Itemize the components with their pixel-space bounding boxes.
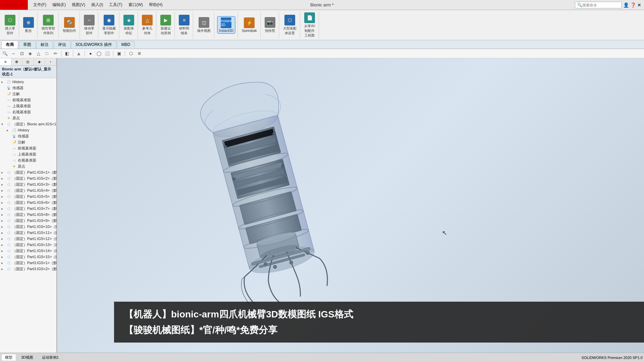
tree-item-top-plane2[interactable]: ▭ 上视基准面 [0,151,56,157]
tree-item-part1-15[interactable]: ▸ ⬡ （固定）Part1.IGS<15>（默认 [0,254,56,260]
close-icon[interactable]: ✕ [637,2,641,8]
tree-item-part1-1[interactable]: ▸ ⬡ （固定）Part1.IGS<1>（默认· [0,169,56,175]
view-btn-7[interactable]: ✏ [52,50,59,57]
tree-item-part1-8[interactable]: ▸ ⬡ （固定）Part1.IGS<8>（默认· [0,212,56,218]
tab-3dview[interactable]: 3D视图 [17,354,37,361]
drawing-label: 从零件/制配作工程图 [304,24,315,38]
view-btn-2[interactable]: ↔ [10,50,17,57]
view-btn-3[interactable]: ⊡ [18,50,25,57]
tree-item-front-plane2[interactable]: ▭ 前视基准面 [0,145,56,151]
tree-item-origin2[interactable]: ✛ 原点 [0,163,56,169]
mate-button[interactable]: ⊕ 配合 [22,16,35,34]
tree-item-part1-10[interactable]: ▸ ⬡ （固定）Part1.IGS<10>（默认 [0,224,56,230]
instant3d-button[interactable]: Instant3D Instant3D [217,16,235,34]
panel-tab-display[interactable]: ◈ [34,58,45,65]
tab-layout[interactable]: 布局 [1,41,18,49]
array-button[interactable]: ⊞ 线性零部件阵列 [40,14,56,36]
speedpak-button[interactable]: ⚡ Speedpak [240,17,258,33]
panel-tab-config[interactable]: ◎ [22,58,34,65]
panel-tab-props[interactable]: ⊕ [11,58,23,65]
tree-item-sensor1[interactable]: 📡 传感器 [0,85,56,91]
tab-model[interactable]: 模型 [1,354,16,361]
tree-item-front-plane1[interactable]: ▭ 前视基准面 [0,97,56,103]
view-btn-9[interactable]: ▲ [75,50,83,57]
tree-item-part1-13[interactable]: ▸ ⬡ （固定）Part1.IGS<13>（默认 [0,242,56,248]
tree-item-part3-1[interactable]: ▸ ⬡ （固定）Part3.IGS<1>（默认· [0,260,56,266]
search-box[interactable]: 🔍 [575,2,622,8]
tab-plugins[interactable]: SOLIDWORKS 插件 [71,41,116,49]
tree-item-history2[interactable]: ▸ 🕐 History [0,127,56,133]
tree-item-part1-5[interactable]: ▸ ⬡ （固定）Part1.IGS<5>（默认· [0,193,56,199]
tab-dimension[interactable]: 标注 [36,41,53,49]
asm-feature-button[interactable]: ◈ 装配体特征 [122,14,136,36]
help-icon[interactable]: ❓ [630,2,636,8]
tree-item-part1-9[interactable]: ▸ ⬡ （固定）Part1.IGS<9>（默认· [0,218,56,224]
bom-button[interactable]: ≡ 材料明细表 [177,14,191,36]
view-btn-1[interactable]: 🔍 [1,50,9,57]
tree-item-sensor2[interactable]: 📡 传感器 [0,133,56,139]
view-btn-13[interactable]: ▣ [115,50,123,57]
view-ops-button[interactable]: ◫ 操作视图 [196,16,212,34]
tree-item-part1-14[interactable]: ▸ ⬡ （固定）Part1.IGS<14>（默认 [0,248,56,254]
tree-item-part1-12[interactable]: ▸ ⬡ （固定）Part1.IGS<12>（默认 [0,236,56,242]
smart-fasteners-icon: 🔩 [64,17,75,28]
tree-item-part1-7[interactable]: ▸ ⬡ （固定）Part1.IGS<7>（默认· [0,205,56,212]
snapshot-button[interactable]: 📷 拍快照 [263,16,277,34]
view-btn-10[interactable]: ● [87,50,94,57]
new-motion-label: 新建运动算例 [161,26,171,36]
tree-item-part1-2[interactable]: ▸ ⬡ （固定）Part1.IGS<2>（默认· [0,175,56,181]
panel-tab-expand[interactable]: › [45,58,56,65]
tree-item-part1-4[interactable]: ▸ ⬡ （固定）Part1.IGS<4>（默认· [0,187,56,193]
tree-item-note2[interactable]: 📝 注解 [0,139,56,145]
view-btn-4[interactable]: ◈ [26,50,34,57]
tab-mbd[interactable]: MBD [117,41,135,48]
user-icon[interactable]: 👤 [623,2,629,8]
view-btn-5[interactable]: △ [35,50,42,57]
new-motion-button[interactable]: ▶ 新建运动算例 [159,14,172,36]
search-input[interactable] [582,3,616,7]
menu-insert[interactable]: 插入(I) [89,1,106,8]
tree-item-right-plane1[interactable]: ▭ 右视基准面 [0,109,56,115]
menu-tools[interactable]: 工具(T) [106,1,125,8]
tab-evaluate[interactable]: 评估 [54,41,70,49]
tree-item-top-plane1[interactable]: ▭ 上视基准面 [0,103,56,109]
tab-sketch[interactable]: 草图 [19,41,36,49]
tree-item-right-plane2[interactable]: ▭ 右视基准面 [0,157,56,163]
tree-item-part1-3[interactable]: ▸ ⬡ （固定）Part1.IGS<3>（默认· [0,181,56,187]
move-component-button[interactable]: ↔ 移动零部件 [83,14,96,36]
asm-feature-icon: ◈ [123,15,134,25]
array-icon: ⊞ [43,15,54,25]
3d-viewport[interactable]: ↖ 【机器人】bionic-arm四爪机械臂3D数模图纸 IGS格式 【骏骏机械… [57,58,644,353]
view-btn-14[interactable]: ⬡ [127,50,135,57]
tree-item-part3-2[interactable]: ▸ ⬡ （固定）Part3.IGS<2>（默认· [0,266,56,272]
smart-fasteners-button[interactable]: 🔩 智能扣件 [61,16,77,34]
menu-view[interactable]: 视图(V) [69,1,88,8]
tree-item-history1[interactable]: ▸ 🕐 History [0,79,56,85]
tree-item-note1[interactable]: 📝 注解 [0,91,56,97]
insert-component-button[interactable]: ⬡ 插入零部件 [3,14,17,36]
part3-1-icon: ⬡ [6,260,11,265]
menu-window[interactable]: 窗口(W) [126,1,146,8]
mate-icon: ⊕ [23,17,34,28]
top-plane-icon-1: ▭ [6,103,11,109]
tab-motion[interactable]: 运动算例1 [38,354,62,361]
view-btn-12[interactable]: ⬜ [104,50,111,57]
menu-edit[interactable]: 编辑(E) [50,1,68,8]
view-btn-15[interactable]: ⊞ [136,50,143,57]
large-asm-button[interactable]: ⬡ 大型装配体设置 [282,14,298,36]
show-hide-button[interactable]: ◉ 显示隐藏零部件 [101,14,117,36]
menu-help[interactable]: 帮助(H) [146,1,165,8]
tree-item-origin1[interactable]: ✛ 原点 [0,115,56,121]
bom-icon: ≡ [179,15,190,25]
tree-item-part1-6[interactable]: ▸ ⬡ （固定）Part1.IGS<6>（默认· [0,199,56,205]
tree-item-part1-11[interactable]: ▸ ⬡ （固定）Part1.IGS<11>（默认 [0,230,56,236]
panel-tab-tree[interactable]: ≡ [0,58,11,65]
menu-file[interactable]: 文件(F) [31,1,49,8]
drawing-button[interactable]: 📄 从零件/制配作工程图 [303,12,317,39]
tree-item-bionic-igs[interactable]: ▾ ⬡ （固定）Bionic arm.IGS<1>（默认 [0,121,56,127]
view-btn-11[interactable]: ◯ [95,50,103,57]
ref-geom-button[interactable]: △ 参考几何体 [141,14,154,36]
view-btn-6[interactable]: □ [43,50,51,57]
view-btn-8[interactable]: ◧ [63,50,71,57]
right-plane-icon-1: ▭ [6,109,11,115]
